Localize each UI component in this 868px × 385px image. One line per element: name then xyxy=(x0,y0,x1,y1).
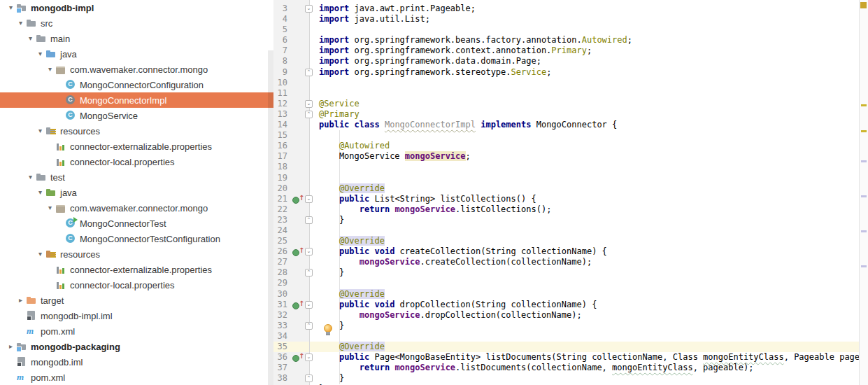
collapsed-arrow-icon[interactable]: ▸ xyxy=(15,293,26,308)
fold-marker-icon[interactable]: ⌃ xyxy=(305,269,313,276)
tree-item-mongoconnectorimpl[interactable]: CMongoConnectorImpl xyxy=(0,92,273,108)
override-marker-icon[interactable]: ↑ xyxy=(292,301,302,309)
gutter-line-32[interactable]: 32 xyxy=(273,310,309,321)
code-line-12[interactable]: @Service xyxy=(310,99,860,109)
line-number[interactable]: 7 xyxy=(283,46,287,56)
code-line-35[interactable]: @Override xyxy=(310,342,860,352)
gutter-line-11[interactable]: 11 xyxy=(273,88,309,99)
gutter-line-22[interactable]: 22 xyxy=(273,204,309,215)
line-number[interactable]: 23 xyxy=(278,215,287,225)
expanded-arrow-icon[interactable]: ▾ xyxy=(45,200,55,216)
line-number[interactable]: 25 xyxy=(278,236,287,246)
tree-item-resources[interactable]: ▾resources xyxy=(0,246,273,262)
collapsed-arrow-icon[interactable]: ▸ xyxy=(6,339,16,354)
gutter-line-19[interactable]: 19 xyxy=(273,173,309,183)
code-line-10[interactable] xyxy=(310,78,860,88)
expanded-arrow-icon[interactable]: ▾ xyxy=(35,46,45,62)
code-line-8[interactable]: import org.springframework.data.domain.P… xyxy=(310,56,860,66)
code-line-28[interactable]: } xyxy=(310,267,860,278)
gutter-line-9[interactable]: 9⌃ xyxy=(273,67,309,78)
gutter-line-31[interactable]: 31↑⌄ xyxy=(273,300,309,310)
tree-item-pom-xml[interactable]: mpom.xml xyxy=(0,370,273,385)
tree-item-mongoconnectorconfiguration[interactable]: CMongoConnectorConfiguration xyxy=(0,77,273,92)
error-stripe-mark-usage[interactable] xyxy=(861,160,867,162)
gutter-line-16[interactable]: 16 xyxy=(273,141,309,151)
gutter-line-8[interactable]: 8 xyxy=(273,56,309,66)
gutter-line-13[interactable]: 13⌃ xyxy=(273,109,309,120)
fold-marker-icon[interactable]: ⌄ xyxy=(305,248,313,255)
code-line-9[interactable]: import org.springframework.stereotype.Se… xyxy=(310,67,860,78)
code-line-21[interactable]: public List<String> listCollections() { xyxy=(310,194,860,204)
expanded-arrow-icon[interactable]: ▾ xyxy=(25,169,36,185)
override-marker-icon[interactable]: ↑ xyxy=(292,354,302,361)
code-line-33[interactable]: } xyxy=(310,321,860,331)
code-line-11[interactable] xyxy=(310,88,860,99)
code-line-23[interactable]: } xyxy=(310,215,860,225)
gutter-line-27[interactable]: 27 xyxy=(273,257,309,267)
project-tree-scrollbar[interactable] xyxy=(268,50,273,385)
gutter-line-4[interactable]: 4 xyxy=(273,14,309,24)
expanded-arrow-icon[interactable]: ▾ xyxy=(35,246,45,262)
code-line-29[interactable] xyxy=(310,278,860,288)
line-number[interactable]: 28 xyxy=(278,267,287,278)
code-line-14[interactable]: public class MongoConnectorImpl implemen… xyxy=(310,120,860,130)
gutter-line-28[interactable]: 28⌃ xyxy=(273,267,309,278)
fold-marker-icon[interactable]: ⌃ xyxy=(305,111,313,118)
tree-item-target[interactable]: ▸target xyxy=(0,293,273,308)
line-number[interactable]: 27 xyxy=(278,257,287,267)
tree-item-connector-externalizable-properties[interactable]: connector-externalizable.properties xyxy=(0,139,273,154)
code-line-16[interactable]: @Autowired xyxy=(310,141,860,151)
tree-item-connector-local-properties[interactable]: connector-local.properties xyxy=(0,277,273,293)
gutter-line-14[interactable]: 14 xyxy=(273,120,309,130)
code-line-31[interactable]: public void dropCollection(String collec… xyxy=(310,300,860,310)
line-number[interactable]: 17 xyxy=(278,151,287,162)
tree-item-com-wavemaker-connector-mongo[interactable]: ▾com.wavemaker.connector.mongo xyxy=(0,200,273,216)
tree-item-java[interactable]: ▾java xyxy=(0,46,273,62)
expanded-arrow-icon[interactable]: ▾ xyxy=(6,0,16,15)
code-line-19[interactable] xyxy=(310,173,860,183)
intention-bulb-icon[interactable] xyxy=(324,324,332,335)
code-line-17[interactable]: MongoService mongoService; xyxy=(310,151,860,162)
code-line-37[interactable]: return mongoService.listDocuments(collec… xyxy=(310,363,860,373)
code-line-34[interactable] xyxy=(310,331,860,342)
code-line-13[interactable]: @Primary xyxy=(310,109,860,120)
code-line-6[interactable]: import org.springframework.beans.factory… xyxy=(310,35,860,46)
gutter-line-20[interactable]: 20 xyxy=(273,183,309,194)
gutter-line-24[interactable]: 24 xyxy=(273,225,309,236)
gutter-line-33[interactable]: 33⌃ xyxy=(273,321,309,331)
gutter-line-10[interactable]: 10 xyxy=(273,78,309,88)
code-line-3[interactable]: import java.awt.print.Pageable; xyxy=(310,4,860,14)
gutter-line-21[interactable]: 21↑⌄ xyxy=(273,194,309,204)
line-number[interactable]: 9 xyxy=(283,67,287,78)
fold-marker-icon[interactable]: ⌄ xyxy=(305,195,313,203)
line-number[interactable]: 10 xyxy=(278,78,287,88)
line-number[interactable]: 4 xyxy=(283,14,287,24)
fold-marker-icon[interactable]: ⌄ xyxy=(305,301,313,309)
expanded-arrow-icon[interactable]: ▾ xyxy=(35,123,45,139)
code-line-26[interactable]: public void createCollection(String coll… xyxy=(310,246,860,257)
error-stripe-mark-usage[interactable] xyxy=(861,195,867,197)
code-line-18[interactable] xyxy=(310,162,860,172)
gutter-line-17[interactable]: 17 xyxy=(273,151,309,162)
fold-marker-icon[interactable]: ⌃ xyxy=(305,374,313,382)
error-stripe-mark-usage[interactable] xyxy=(861,230,867,232)
tree-item-pom-xml[interactable]: mpom.xml xyxy=(0,323,273,339)
line-number[interactable]: 26 xyxy=(278,246,287,257)
code-line-15[interactable] xyxy=(310,130,860,141)
line-number[interactable]: 30 xyxy=(278,289,287,300)
code-line-27[interactable]: mongoService.createCollection(collection… xyxy=(310,257,860,267)
gutter-line-12[interactable]: 12⌄ xyxy=(273,99,309,109)
error-stripe-mark-warning[interactable] xyxy=(861,130,867,132)
line-number[interactable]: 38 xyxy=(278,373,287,384)
tree-item-src[interactable]: ▾src xyxy=(0,15,273,31)
tree-item-main[interactable]: ▾main xyxy=(0,31,273,46)
line-number[interactable]: 8 xyxy=(283,56,287,66)
tree-item-mongodb-impl-iml[interactable]: mongodb-impl.iml xyxy=(0,308,273,323)
code-line-38[interactable]: } xyxy=(310,373,860,384)
line-number[interactable]: 11 xyxy=(278,88,287,99)
line-number[interactable]: 5 xyxy=(283,24,287,35)
gutter-line-38[interactable]: 38⌃ xyxy=(273,373,309,384)
line-number[interactable]: 37 xyxy=(278,363,287,373)
gutter-line-5[interactable]: 5 xyxy=(273,24,309,35)
line-number[interactable]: 20 xyxy=(278,183,287,194)
